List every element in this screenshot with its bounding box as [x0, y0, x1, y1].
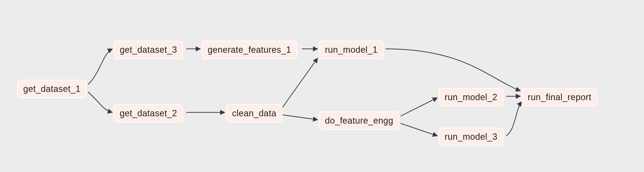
edge-get_dataset_1-get_dataset_2: [88, 92, 112, 112]
edge-clean_data-do_feature_engg: [282, 115, 318, 120]
node-run_model_1: run_model_1: [319, 40, 384, 59]
edge-do_feature_engg-run_model_3: [401, 124, 437, 136]
node-get_dataset_2: get_dataset_2: [114, 104, 183, 123]
node-do_feature_engg: do_feature_engg: [319, 112, 400, 130]
node-run_final_report: run_final_report: [522, 88, 597, 106]
dag-canvas: get_dataset_1 get_dataset_3 get_dataset_…: [0, 0, 644, 172]
edge-clean_data-run_model_1: [282, 58, 318, 108]
node-run_model_2: run_model_2: [438, 88, 504, 106]
edge-do_feature_engg-run_model_2: [401, 98, 437, 116]
edge-run_model_3-run_final_report: [506, 102, 522, 136]
node-clean_data: clean_data: [226, 104, 282, 123]
edge-get_dataset_1-get_dataset_3: [88, 49, 112, 84]
node-get_dataset_1: get_dataset_1: [17, 80, 87, 98]
edge-layer: [0, 0, 644, 172]
node-run_model_3: run_model_3: [438, 128, 504, 146]
edge-run_model_1-run_final_report: [386, 49, 520, 91]
node-get_dataset_3: get_dataset_3: [114, 40, 183, 59]
node-generate_features_1: generate_features_1: [202, 40, 297, 59]
